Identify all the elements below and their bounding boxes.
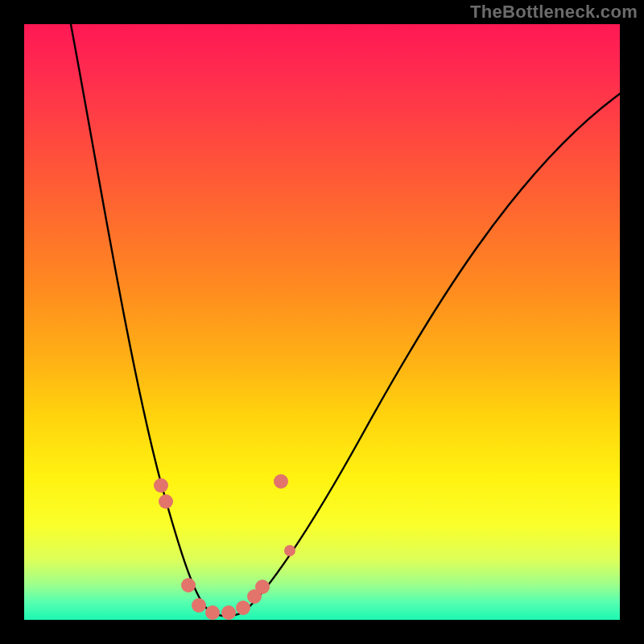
data-marker: [236, 601, 250, 615]
data-marker: [274, 474, 288, 489]
data-marker: [154, 478, 168, 493]
data-marker: [205, 605, 220, 620]
data-marker: [221, 605, 236, 620]
data-marker: [192, 598, 206, 613]
data-markers: [154, 474, 295, 620]
data-marker: [284, 545, 295, 556]
data-marker: [181, 578, 196, 592]
chart-svg: [24, 24, 620, 620]
data-marker: [255, 580, 270, 594]
watermark-text: TheBottleneck.com: [470, 2, 638, 23]
data-marker: [159, 494, 173, 509]
bottleneck-curve: [70, 24, 620, 616]
plot-area: [24, 24, 620, 620]
